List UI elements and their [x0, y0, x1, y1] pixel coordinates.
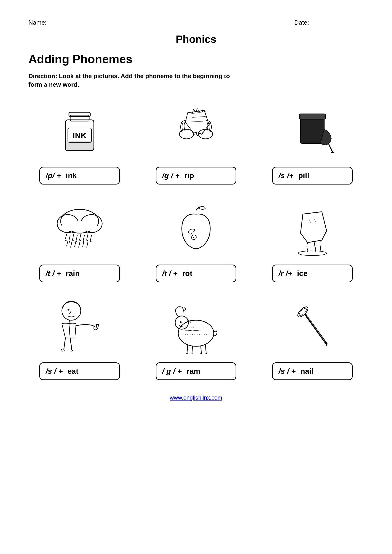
phoneme-rain: /t / +: [46, 269, 61, 278]
svg-point-11: [331, 152, 334, 153]
svg-point-44: [181, 325, 182, 326]
word-pill: pill: [298, 171, 309, 180]
cell-ink: INK /p/ + ink: [28, 101, 131, 185]
svg-line-26: [75, 241, 76, 247]
phoneme-grid: INK /p/ + ink: [28, 101, 364, 380]
label-rip: /g / + rip: [156, 167, 236, 185]
svg-line-36: [69, 320, 70, 324]
svg-line-16: [65, 234, 67, 239]
image-eat: [42, 297, 118, 358]
image-ink: INK: [42, 101, 118, 162]
svg-line-23: [90, 235, 91, 241]
svg-line-20: [80, 234, 81, 240]
word-rot: rot: [182, 269, 192, 278]
svg-line-24: [67, 241, 68, 246]
word-nail: nail: [300, 367, 313, 376]
word-ram: ram: [187, 367, 201, 376]
image-rain: [42, 199, 118, 260]
label-ram: / g / + ram: [156, 362, 236, 380]
directions: Direction: Look at the pictures. Add the…: [28, 72, 242, 89]
date-label: Date:: [294, 19, 309, 26]
svg-line-29: [87, 242, 88, 247]
phoneme-rip: /g / +: [162, 171, 180, 180]
svg-line-10: [329, 144, 333, 152]
cell-rot: /t / + rot: [145, 199, 247, 282]
svg-line-21: [83, 235, 84, 241]
svg-point-43: [179, 325, 180, 326]
header: Name: Date:: [28, 19, 364, 26]
footer: www.englishlinx.com: [28, 394, 364, 401]
svg-line-48: [205, 345, 206, 353]
phoneme-ice: /r /+: [279, 269, 292, 278]
phoneme-ram: / g / +: [162, 367, 182, 376]
phoneme-ink: /p/ +: [46, 171, 61, 180]
image-pill: [274, 101, 350, 162]
image-nail: [274, 297, 350, 358]
footer-link[interactable]: www.englishlinx.com: [170, 394, 222, 401]
image-rot: [158, 199, 234, 260]
svg-rect-2: [69, 112, 90, 117]
cell-ram: / g / + ram: [145, 297, 247, 380]
name-field: Name:: [28, 19, 130, 26]
page-title: Phonics: [28, 33, 364, 45]
name-label: Name:: [28, 19, 47, 26]
label-eat: /s / + eat: [39, 362, 120, 380]
label-rain: /t / + rain: [39, 264, 120, 282]
label-ink: /p/ + ink: [39, 167, 120, 185]
image-rip: [158, 101, 234, 162]
phoneme-rot: /t / +: [162, 269, 177, 278]
svg-line-39: [70, 338, 72, 350]
label-pill: /s /+ pill: [272, 167, 353, 185]
svg-line-38: [64, 338, 65, 350]
word-ice: ice: [297, 269, 307, 278]
svg-line-18: [72, 234, 74, 240]
svg-text:INK: INK: [72, 131, 86, 140]
svg-point-40: [178, 320, 214, 346]
phoneme-nail: /s / +: [279, 367, 295, 376]
name-underline: [49, 20, 130, 26]
svg-line-47: [201, 346, 202, 354]
svg-line-27: [79, 242, 80, 247]
phoneme-eat: /s / +: [46, 367, 63, 376]
svg-point-30: [193, 237, 194, 238]
label-ice: /r /+ ice: [272, 264, 353, 282]
svg-point-35: [68, 309, 70, 311]
svg-rect-8: [301, 118, 324, 144]
svg-line-32: [309, 219, 311, 224]
cell-rain: /t / + rain: [28, 199, 131, 282]
phoneme-pill: /s /+: [279, 171, 294, 180]
svg-line-45: [187, 345, 188, 353]
svg-line-52: [307, 316, 325, 342]
svg-line-17: [69, 235, 70, 241]
cell-ice: /r /+ ice: [261, 199, 364, 282]
label-rot: /t / + rot: [156, 264, 236, 282]
image-ice: [274, 199, 350, 260]
cell-nail: /s / + nail: [261, 297, 364, 380]
svg-line-25: [71, 242, 72, 247]
cell-eat: /s / + eat: [28, 297, 131, 380]
svg-line-19: [76, 235, 77, 241]
date-field: Date:: [294, 19, 364, 26]
word-rip: rip: [184, 171, 194, 180]
svg-line-33: [314, 218, 316, 222]
word-rain: rain: [66, 269, 80, 278]
svg-line-46: [192, 346, 192, 354]
section-title: Adding Phonemes: [28, 52, 364, 66]
label-nail: /s / + nail: [272, 362, 353, 380]
svg-rect-9: [299, 114, 325, 119]
date-underline: [311, 20, 364, 26]
image-ram: [158, 297, 234, 358]
cell-rip: /g / + rip: [145, 101, 247, 185]
svg-rect-15: [62, 221, 98, 231]
svg-line-28: [83, 241, 84, 247]
svg-point-42: [180, 321, 182, 323]
cell-pill: /s /+ pill: [261, 101, 364, 185]
svg-point-31: [298, 251, 327, 256]
word-ink: ink: [66, 171, 77, 180]
svg-line-22: [87, 234, 88, 239]
word-eat: eat: [68, 367, 78, 376]
